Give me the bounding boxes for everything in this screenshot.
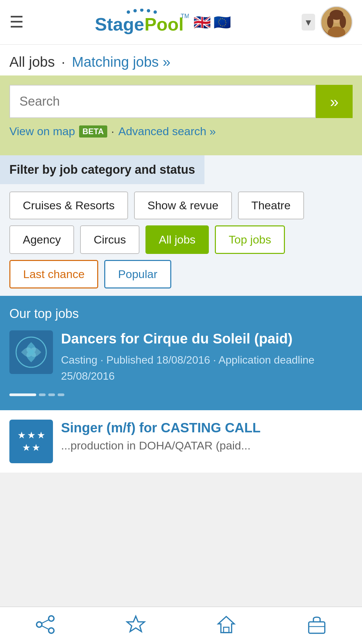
breadcrumb-all-jobs: All jobs — [9, 54, 55, 70]
slide-dot-1 — [9, 393, 36, 396]
star-2: ★ — [27, 430, 36, 441]
flag-eu: 🇪🇺 — [214, 14, 231, 31]
nav-item-jobs[interactable] — [307, 614, 327, 635]
top-jobs-section: Our top jobs Dancers for Cirque du Solei… — [0, 296, 362, 410]
filter-btn-agency[interactable]: Agency — [9, 225, 74, 254]
svg-point-2 — [140, 9, 143, 12]
slide-dot-3 — [48, 393, 55, 396]
filter-btn-popular[interactable]: Popular — [104, 260, 171, 288]
slide-dot-4 — [58, 393, 64, 396]
briefcase-icon — [307, 614, 327, 635]
svg-marker-21 — [127, 616, 144, 632]
job-listing-section: ★ ★ ★ ★ ★ Singer (m/f) for CASTING CALL … — [0, 410, 362, 473]
star-3: ★ — [37, 430, 45, 441]
svg-point-13 — [340, 15, 346, 28]
flag-icons: 🇬🇧 🇪🇺 — [193, 14, 231, 31]
filter-btn-top-jobs[interactable]: Top jobs — [215, 225, 285, 254]
filter-section: Filter by job category and status Cruise… — [0, 155, 362, 296]
hamburger-menu[interactable]: ☰ — [9, 14, 24, 30]
cirque-logo-svg — [14, 335, 48, 369]
job-listing-title-singer: Singer (m/f) for CASTING CALL — [61, 420, 353, 436]
advanced-search-link[interactable]: Advanced search » — [118, 125, 216, 138]
breadcrumb-matching-jobs[interactable]: Matching jobs » — [72, 54, 170, 70]
svg-marker-22 — [218, 616, 234, 633]
stagepool-logo: Stage Pool TM — [95, 9, 189, 36]
job-meta-dot2: · — [213, 354, 219, 366]
search-links: View on map BETA · Advanced search » — [9, 125, 353, 138]
job-meta-cirque: Casting · Published 18/08/2016 · Applica… — [61, 352, 353, 384]
svg-line-20 — [42, 626, 49, 629]
svg-point-16 — [49, 616, 54, 621]
home-icon — [216, 614, 236, 635]
bottom-spacer — [0, 473, 362, 526]
svg-point-18 — [37, 622, 42, 627]
star-row-2: ★ ★ — [22, 442, 40, 453]
nav-item-share[interactable] — [35, 614, 55, 635]
flag-uk: 🇬🇧 — [193, 14, 211, 31]
job-listing-logo-singer: ★ ★ ★ ★ ★ — [9, 420, 53, 463]
filter-header: Filter by job category and status — [0, 155, 362, 184]
filter-btn-theatre[interactable]: Theatre — [238, 192, 304, 219]
nav-item-favorites[interactable] — [126, 614, 146, 635]
nav-item-home[interactable] — [216, 614, 236, 635]
svg-rect-23 — [224, 627, 229, 633]
view-on-map-link[interactable]: View on map — [9, 125, 75, 138]
svg-text:Pool: Pool — [144, 14, 184, 34]
star-1: ★ — [17, 430, 26, 441]
job-info-singer: Singer (m/f) for CASTING CALL ...product… — [61, 420, 353, 452]
search-button-label: » — [330, 93, 339, 111]
svg-point-17 — [49, 628, 54, 633]
share-icon — [35, 614, 55, 635]
avatar[interactable] — [320, 6, 353, 38]
slide-dot-2 — [39, 393, 46, 396]
dropdown-arrow[interactable]: ▾ — [302, 14, 315, 31]
svg-text:TM: TM — [181, 13, 189, 19]
header: ☰ Stage Pool TM 🇬🇧 🇪🇺 ▾ — [0, 0, 362, 45]
job-title-cirque: Dancers for Cirque du Soleil (paid) — [61, 330, 353, 347]
svg-text:Stage: Stage — [95, 14, 144, 34]
star-4: ★ — [22, 442, 31, 453]
svg-point-1 — [133, 9, 137, 12]
logo-area: Stage Pool TM 🇬🇧 🇪🇺 — [95, 9, 231, 36]
star-row-1: ★ ★ ★ — [17, 430, 45, 441]
bottom-nav — [0, 606, 362, 644]
stars-logo: ★ ★ ★ ★ ★ — [17, 430, 45, 453]
search-section: » View on map BETA · Advanced search » — [0, 75, 362, 155]
job-listing-subtitle-singer: ...production in DOHA/QATAR (paid... — [61, 439, 353, 452]
svg-point-3 — [147, 9, 150, 12]
breadcrumb: All jobs · Matching jobs » — [0, 45, 362, 75]
svg-point-4 — [154, 10, 157, 14]
job-card-cirque[interactable]: Dancers for Cirque du Soleil (paid) Cast… — [9, 330, 353, 384]
svg-rect-24 — [309, 622, 325, 633]
filter-btn-all-jobs[interactable]: All jobs — [145, 225, 209, 254]
job-listing-card-singer[interactable]: ★ ★ ★ ★ ★ Singer (m/f) for CASTING CALL … — [9, 420, 353, 463]
search-button[interactable]: » — [316, 85, 353, 118]
breadcrumb-separator: · — [61, 54, 65, 70]
job-published: Published 18/08/2016 — [106, 354, 210, 366]
filter-btn-cruises[interactable]: Cruises & Resorts — [9, 192, 128, 219]
avatar-image — [321, 6, 352, 37]
header-right: ▾ — [302, 6, 353, 38]
top-jobs-title: Our top jobs — [9, 307, 353, 321]
filter-header-label: Filter by job category and status — [0, 155, 204, 184]
search-dot: · — [111, 125, 114, 138]
filter-btn-circus[interactable]: Circus — [80, 225, 139, 254]
job-category: Casting — [61, 354, 98, 366]
logo-svg: Stage Pool TM — [95, 9, 189, 36]
search-row: » — [9, 85, 353, 118]
svg-point-12 — [327, 15, 334, 28]
job-logo-cirque — [9, 330, 53, 374]
slider-indicator — [9, 393, 353, 399]
filter-btn-show-revue[interactable]: Show & revue — [134, 192, 232, 219]
filter-btn-last-chance[interactable]: Last chance — [9, 260, 98, 288]
job-meta-dot: · — [100, 354, 106, 366]
beta-badge: BETA — [79, 125, 107, 138]
job-info-cirque: Dancers for Cirque du Soleil (paid) Cast… — [61, 330, 353, 384]
search-input[interactable] — [9, 85, 316, 118]
star-icon — [126, 614, 146, 635]
filter-buttons: Cruises & Resorts Show & revue Theatre A… — [0, 184, 362, 296]
svg-point-15 — [28, 350, 34, 355]
svg-point-0 — [127, 10, 130, 14]
svg-line-19 — [42, 620, 49, 623]
star-5: ★ — [32, 442, 40, 453]
